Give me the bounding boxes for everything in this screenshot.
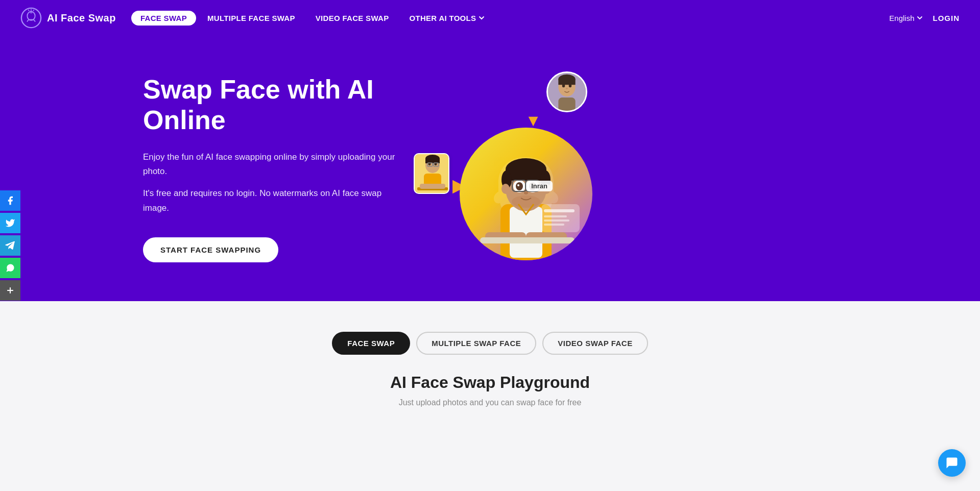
brand-logo[interactable]: AI Face Swap — [20, 7, 116, 29]
svg-line-6 — [28, 10, 29, 11]
svg-point-45 — [517, 184, 519, 186]
nav-link-video-face-swap[interactable]: VIDEO FACE SWAP — [306, 11, 398, 26]
social-facebook[interactable] — [0, 190, 20, 211]
svg-point-48 — [512, 195, 540, 208]
hero-desc1: Enjoy the fun of AI face swapping online… — [143, 150, 409, 180]
start-face-swapping-button[interactable]: START FACE SWAPPING — [143, 237, 278, 262]
lower-section: FACE SWAP MULTIPLE SWAP FACE VIDEO SWAP … — [0, 301, 980, 491]
svg-rect-56 — [544, 224, 564, 226]
chat-support-button[interactable] — [938, 449, 966, 477]
language-selector[interactable]: English — [889, 14, 922, 22]
svg-line-7 — [33, 10, 34, 11]
tab-face-swap[interactable]: FACE SWAP — [332, 332, 410, 355]
hero-desc2: It's free and requires no login. No wate… — [143, 186, 409, 216]
brand-name: AI Face Swap — [47, 12, 116, 24]
headshot-face-svg — [548, 71, 586, 112]
svg-point-4 — [30, 11, 33, 14]
logo-icon — [20, 7, 42, 29]
section-title: AI Face Swap Playground — [390, 373, 590, 392]
svg-rect-27 — [420, 184, 445, 189]
svg-point-43 — [516, 182, 523, 190]
main-person-svg — [465, 138, 587, 260]
svg-rect-15 — [558, 79, 575, 85]
chat-icon — [945, 456, 959, 470]
hero-illustration: ▼ — [409, 66, 592, 271]
svg-rect-55 — [544, 219, 569, 222]
headshot-top-right — [546, 71, 587, 112]
social-twitter[interactable] — [0, 213, 20, 233]
svg-point-36 — [501, 184, 510, 194]
svg-rect-33 — [506, 169, 546, 181]
face-card-left — [414, 153, 449, 194]
name-label: Inran — [526, 181, 553, 191]
navbar: AI Face Swap FACE SWAP MULTIPLE FACE SWA… — [0, 0, 980, 36]
nav-right: English LOGIN — [889, 14, 960, 22]
svg-rect-51 — [480, 237, 575, 243]
social-sidebar — [0, 190, 20, 301]
login-button[interactable]: LOGIN — [933, 14, 960, 22]
main-face-circle — [460, 128, 592, 260]
face-card-svg — [415, 154, 449, 194]
svg-point-13 — [566, 88, 568, 89]
nav-link-multiple-face-swap[interactable]: MULTIPLE FACE SWAP — [198, 11, 304, 26]
social-more[interactable] — [0, 280, 20, 301]
nav-links: FACE SWAP MULTIPLE FACE SWAP VIDEO FACE … — [131, 11, 889, 26]
tab-multiple-swap[interactable]: MULTIPLE SWAP FACE — [416, 332, 536, 355]
tab-video-swap[interactable]: VIDEO SWAP FACE — [542, 332, 648, 355]
nav-link-other-ai-tools[interactable]: OTHER AI TOOLS — [400, 11, 494, 26]
nav-link-face-swap[interactable]: FACE SWAP — [131, 11, 196, 26]
social-telegram[interactable] — [0, 235, 20, 256]
tabs-row: FACE SWAP MULTIPLE SWAP FACE VIDEO SWAP … — [332, 332, 648, 355]
chevron-down-icon — [478, 14, 485, 21]
hero-content: Swap Face with AI Online Enjoy the fun o… — [143, 75, 409, 262]
svg-rect-52 — [541, 204, 580, 232]
lang-chevron-icon — [917, 15, 923, 21]
hero-title: Swap Face with AI Online — [143, 75, 409, 136]
arrow-down-icon: ▼ — [525, 112, 541, 129]
svg-rect-54 — [544, 215, 567, 217]
hero-section: Swap Face with AI Online Enjoy the fun o… — [0, 36, 980, 301]
svg-point-47 — [524, 191, 528, 194]
svg-rect-53 — [544, 209, 575, 212]
svg-rect-10 — [558, 97, 575, 112]
section-subtitle: Just upload photos and you can swap face… — [399, 398, 582, 407]
social-whatsapp[interactable] — [0, 258, 20, 278]
